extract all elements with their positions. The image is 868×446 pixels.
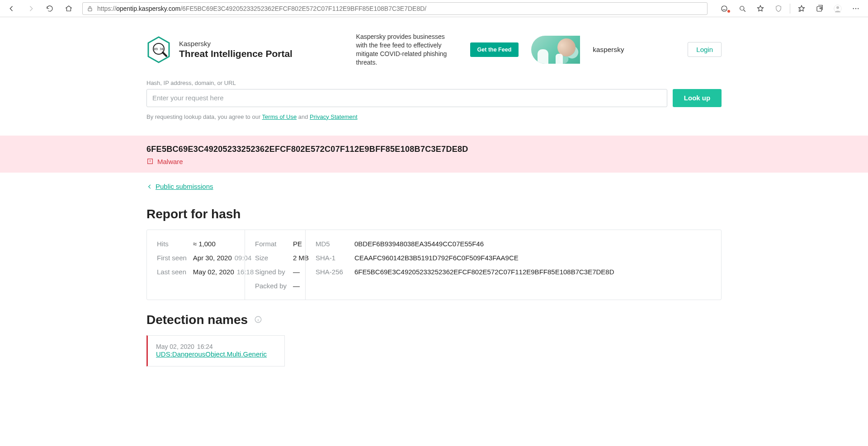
address-bar[interactable]: https://opentip.kaspersky.com/6FE5BC69E3… xyxy=(82,2,708,15)
login-button[interactable]: Login xyxy=(688,42,722,57)
separator xyxy=(790,4,790,14)
last-seen-date: May 02, 2020 xyxy=(193,268,234,276)
first-seen-label: First seen xyxy=(157,254,187,262)
terms-prefix: By requesting lookup data, you agree to … xyxy=(146,113,262,120)
detections-title-text: Detection names xyxy=(146,313,248,327)
promo-copy: Kaspersky provides businesses with the f… xyxy=(356,33,458,67)
breadcrumb-link[interactable]: Public submissions xyxy=(156,183,213,190)
privacy-link[interactable]: Privacy Statement xyxy=(310,113,358,120)
sha256-label: SHA-256 xyxy=(316,268,348,276)
toolbar-right xyxy=(716,2,864,15)
svg-point-5 xyxy=(836,6,839,9)
verdict-label: Malware xyxy=(157,158,183,165)
favorites-list-icon[interactable] xyxy=(793,2,810,15)
packed-label: Packed by xyxy=(255,282,287,290)
svg-point-2 xyxy=(740,6,744,10)
chevron-left-icon xyxy=(146,183,153,190)
promo-area: Kaspersky provides businesses with the f… xyxy=(356,33,624,67)
report-box: Hits ≈ 1,000 First seen Apr 30, 202009:0… xyxy=(146,230,722,300)
info-icon[interactable] xyxy=(254,315,262,324)
reload-button[interactable] xyxy=(42,2,58,15)
detection-name-link[interactable]: UDS:DangerousObject.Multi.Generic xyxy=(156,350,267,358)
md5-value: 0BDEF6B93948038EA35449CC07E55F46 xyxy=(354,240,711,248)
report-title: Report for hash xyxy=(146,207,722,221)
forward-button[interactable] xyxy=(23,2,39,15)
brand-big: Threat Intelligence Portal xyxy=(179,48,292,59)
detection-date: May 02, 2020 xyxy=(156,343,194,350)
svg-line-10 xyxy=(163,52,166,56)
report-col-hashes: MD5 0BDEF6B93948038EA35449CC07E55F46 SHA… xyxy=(305,230,721,300)
url-text: https://opentip.kaspersky.com/6FE5BC69E3… xyxy=(97,5,426,12)
last-seen-label: Last seen xyxy=(157,268,187,276)
svg-rect-0 xyxy=(88,8,92,11)
terms-and: and xyxy=(297,113,310,120)
breadcrumb: Public submissions xyxy=(146,173,722,194)
site-header: 09 38 Kaspersky Threat Intelligence Port… xyxy=(146,17,722,80)
report-col-meta: Hits ≈ 1,000 First seen Apr 30, 202009:0… xyxy=(147,230,245,300)
brand[interactable]: 09 38 Kaspersky Threat Intelligence Port… xyxy=(146,36,292,63)
svg-rect-3 xyxy=(817,6,822,11)
verdict-line: Malware xyxy=(146,158,722,165)
brand-logo-icon: 09 38 xyxy=(146,36,171,63)
favorite-icon[interactable] xyxy=(752,2,769,15)
url-path: /6FE5BC69E3C49205233252362EFCF802E572C07… xyxy=(180,5,426,12)
lock-icon xyxy=(86,5,94,12)
url-domain: opentip.kaspersky.com xyxy=(116,5,180,12)
sha1-value: CEAAFC960142B3B5191D792F6C0F509F43FAA9CE xyxy=(354,254,711,262)
format-label: Format xyxy=(255,240,287,248)
terms-link[interactable]: Terms of Use xyxy=(262,113,297,120)
search-row: Look up xyxy=(146,89,722,107)
more-menu-icon[interactable] xyxy=(847,2,864,15)
hash-value: 6FE5BC69E3C49205233252362EFCF802E572C07F… xyxy=(146,145,722,154)
profile-icon[interactable] xyxy=(829,2,846,15)
detections-title: Detection names xyxy=(146,313,722,327)
badge-dot-icon xyxy=(727,10,730,13)
zoom-icon[interactable] xyxy=(734,2,751,15)
svg-point-1 xyxy=(722,6,727,11)
report-col-file: Format PE Size 2 MB Signed by — Packed b… xyxy=(245,230,305,300)
get-feed-button[interactable]: Get the Feed xyxy=(470,42,519,57)
sha256-value: 6FE5BC69E3C49205233252362EFCF802E572C07F… xyxy=(354,268,711,276)
url-scheme: https:// xyxy=(97,5,116,12)
md5-label: MD5 xyxy=(316,240,348,248)
svg-point-6 xyxy=(853,8,854,9)
kaspersky-wordmark: kaspersky xyxy=(593,46,624,53)
signed-label: Signed by xyxy=(255,268,287,276)
search-label: Hash, IP address, domain, or URL xyxy=(146,80,722,86)
back-button[interactable] xyxy=(4,2,20,15)
brand-text: Kaspersky Threat Intelligence Portal xyxy=(179,40,292,59)
size-label: Size xyxy=(255,254,287,262)
alert-icon xyxy=(146,158,154,165)
home-button[interactable] xyxy=(61,2,77,15)
sha1-label: SHA-1 xyxy=(316,254,348,262)
collections-icon[interactable] xyxy=(811,2,828,15)
terms-line: By requesting lookup data, you agree to … xyxy=(146,113,722,120)
brand-small: Kaspersky xyxy=(179,40,292,47)
first-seen-date: Apr 30, 2020 xyxy=(193,254,232,262)
verdict-band: 6FE5BC69E3C49205233252362EFCF802E572C07F… xyxy=(0,136,868,173)
svg-point-8 xyxy=(858,8,859,9)
detection-time: 16:24 xyxy=(197,343,213,350)
search-input[interactable] xyxy=(146,89,667,107)
hits-label: Hits xyxy=(157,240,187,248)
tracking-icon[interactable] xyxy=(716,2,733,15)
promo-image xyxy=(531,36,580,64)
lookup-button[interactable]: Look up xyxy=(673,89,722,107)
shield-privacy-icon[interactable] xyxy=(770,2,787,15)
svg-text:09 38: 09 38 xyxy=(154,47,163,51)
detection-timestamp: May 02, 202016:24 xyxy=(156,343,276,350)
browser-toolbar: https://opentip.kaspersky.com/6FE5BC69E3… xyxy=(0,0,868,17)
svg-point-7 xyxy=(855,8,856,9)
detection-card: May 02, 202016:24 UDS:DangerousObject.Mu… xyxy=(146,335,285,366)
